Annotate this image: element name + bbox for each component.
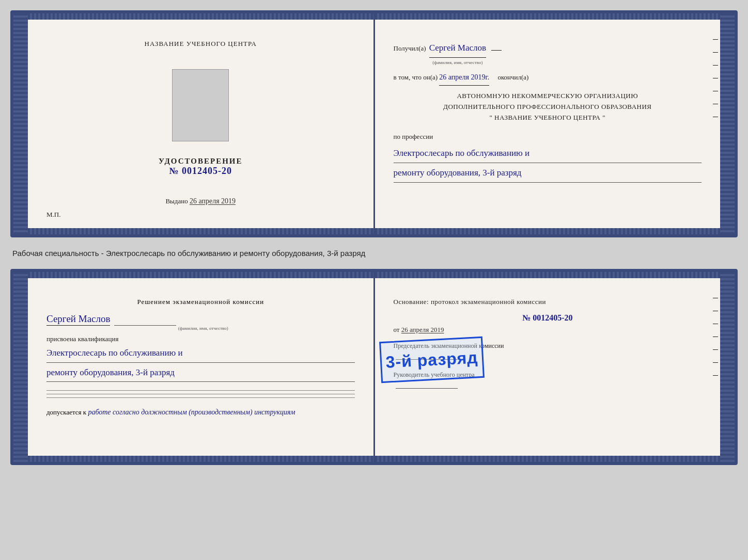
- vtom-row: в том, что он(а) 26 апреля 2019г. окончи…: [394, 70, 702, 86]
- card1: НАЗВАНИЕ УЧЕБНОГО ЦЕНТРА УДОСТОВЕРЕНИЕ №…: [10, 10, 738, 237]
- doc-number-value-1: 0012405-20: [182, 166, 232, 176]
- po-professii-label: по профессии: [394, 130, 702, 143]
- prisvoena-label: присвоена квалификация: [46, 335, 355, 343]
- photo-placeholder: [172, 69, 229, 141]
- profession-line1-card1: Электрослесарь по обслуживанию и: [394, 146, 702, 163]
- vtom-date: 26 апреля 2019г.: [439, 70, 489, 86]
- between-text: Рабочая специальность - Электрослесарь п…: [10, 247, 738, 260]
- card1-right-panel: Получил(а) Сергей Маслов (фамилия, имя, …: [375, 13, 721, 234]
- profession-block-2: Электрослесарь по обслуживанию и ремонту…: [46, 345, 355, 382]
- vydano-date: 26 апреля 2019: [190, 197, 236, 205]
- stamp: 3-й разряд: [379, 337, 485, 383]
- profession-line2-card1: ремонту оборудования, 3-й разряд: [394, 165, 702, 183]
- card2-right-panel: Основание: протокол экзаменационной коми…: [375, 272, 721, 462]
- dopuskaetsya-label: допускается к: [46, 408, 86, 416]
- doc-number-2: № 0012405-20: [394, 313, 702, 323]
- stamp-line2: разряд: [416, 348, 478, 370]
- person-name-card2: Сергей Маслов: [46, 313, 110, 326]
- side-dash: [713, 78, 718, 78]
- side-dash: [713, 104, 718, 104]
- stamp-line1: 3-й: [385, 351, 412, 372]
- udostoverenie-label: УДОСТОВЕРЕНИЕ: [159, 157, 243, 166]
- ot-date-value: 26 апреля 2019: [401, 326, 444, 333]
- poluchil-label: Получил(а): [394, 42, 426, 55]
- card1-left-panel: НАЗВАНИЕ УЧЕБНОГО ЦЕНТРА УДОСТОВЕРЕНИЕ №…: [28, 13, 375, 234]
- vydano-line: Выдано 26 апреля 2019: [165, 197, 236, 205]
- doc-number-prefix-2: №: [522, 313, 531, 322]
- avt-line2: ДОПОЛНИТЕЛЬНОГО ПРОФЕССИОНАЛЬНОГО ОБРАЗО…: [394, 102, 702, 113]
- mp-label: М.П.: [46, 211, 60, 219]
- doc-number-1: № 0012405-20: [159, 166, 243, 177]
- side-dash: [713, 52, 718, 53]
- avt-line3: " НАЗВАНИЕ УЧЕБНОГО ЦЕНТРА ": [394, 113, 702, 123]
- side-dash: [713, 117, 718, 117]
- stamp-text: 3-й разряд: [385, 348, 478, 372]
- side-dash: [713, 324, 718, 324]
- side-dash: [713, 349, 718, 350]
- side-dashes-2: [713, 298, 720, 376]
- rukovoditel-signature: [396, 388, 458, 389]
- card1-center-title: НАЗВАНИЕ УЧЕБНОГО ЦЕНТРА: [145, 39, 257, 49]
- okochil-label: окончил(а): [497, 73, 528, 81]
- udostoverenie-block: УДОСТОВЕРЕНИЕ № 0012405-20: [159, 157, 243, 177]
- ot-date: от 26 апреля 2019: [394, 326, 702, 334]
- poluchil-row: Получил(а) Сергей Маслов (фамилия, имя, …: [394, 39, 702, 67]
- page-container: НАЗВАНИЕ УЧЕБНОГО ЦЕНТРА УДОСТОВЕРЕНИЕ №…: [10, 10, 738, 465]
- avt-line1: АВТОНОМНУЮ НЕКОММЕРЧЕСКУЮ ОРГАНИЗАЦИЮ: [394, 91, 702, 102]
- dash-1: [491, 50, 502, 51]
- fio-hint-2: (фамилия, имя, отчество): [52, 326, 355, 331]
- card2: Решением экзаменационной комиссии Сергей…: [10, 269, 738, 465]
- avt-block: АВТОНОМНУЮ НЕКОММЕРЧЕСКУЮ ОРГАНИЗАЦИЮ ДО…: [394, 91, 702, 123]
- dopuskaetsya-block: допускается к работе согласно должностны…: [46, 408, 355, 417]
- side-dash: [713, 91, 718, 91]
- side-dash: [713, 311, 718, 311]
- dopuskaetsya-text: работе согласно должностным (производств…: [88, 408, 295, 416]
- side-dash: [713, 39, 718, 40]
- vydano-label: Выдано: [165, 197, 188, 205]
- person-name-card1: Сергей Маслов: [429, 39, 486, 58]
- profession-line1-card2: Электрослесарь по обслуживанию и: [46, 345, 355, 363]
- side-dash: [713, 375, 718, 376]
- signature-line-1: [114, 325, 176, 326]
- side-dash: [713, 362, 718, 363]
- resheniem-label: Решением экзаменационной комиссии: [46, 298, 355, 306]
- person-name-block-2: Сергей Маслов (фамилия, имя, отчество): [46, 313, 355, 331]
- ot-label: от: [394, 326, 400, 333]
- side-dashes-1: [713, 39, 720, 117]
- doc-number-value-2: 0012405-20: [533, 313, 572, 322]
- card2-left-panel: Решением экзаменационной комиссии Сергей…: [28, 272, 375, 462]
- fio-hint-1: (фамилия, имя, отчество): [429, 58, 486, 67]
- vtom-label: в том, что он(а): [394, 73, 438, 81]
- side-dash: [713, 337, 718, 337]
- doc-number-prefix-1: №: [169, 166, 179, 176]
- side-dash: [713, 298, 718, 298]
- osnovanie-label: Основание: протокол экзаменационной коми…: [394, 298, 702, 306]
- side-dash: [713, 65, 718, 66]
- profession-line2-card2: ремонту оборудования, 3-й разряд: [46, 365, 355, 382]
- po-professii-block: по профессии Электрослесарь по обслужива…: [394, 130, 702, 182]
